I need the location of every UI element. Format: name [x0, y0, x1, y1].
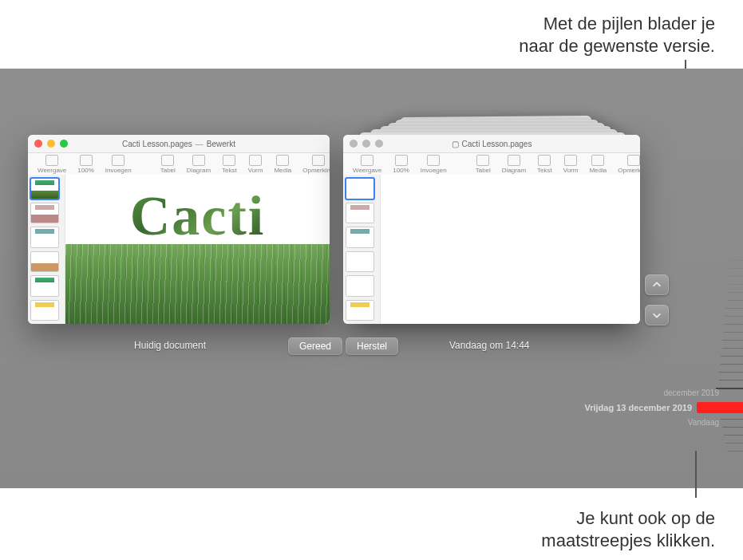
page-thumbnail [346, 178, 374, 199]
page-thumbnail[interactable] [30, 227, 59, 248]
toolbar-item[interactable]: Tabel [160, 155, 176, 174]
version-window[interactable]: ▢ Cacti Lesson.pages Weergave 100% Invoe… [343, 135, 640, 324]
toolbar-item: Media [589, 155, 607, 174]
toolbar-item: Opmerking [618, 155, 640, 174]
toolbar-item: Weergave [353, 155, 381, 174]
callout-line: maatstreepjes klikken. [541, 530, 715, 552]
toolbar-item: Tekst [537, 155, 552, 174]
version-timeline[interactable]: december 2019 Vrijdag 13 december 2019 V… [687, 260, 743, 459]
timeline-today-label: Vandaag [688, 418, 719, 427]
toolbar-item: 100% [393, 155, 409, 174]
window-title: Cacti Lesson.pages [122, 140, 192, 148]
page-thumbnail[interactable] [30, 300, 59, 321]
toolbar-item[interactable]: Opmerking [302, 155, 330, 174]
page-thumbnail [346, 251, 374, 273]
callout-line: Je kunt ook op de [541, 507, 715, 530]
window-title-suffix: Bewerkt [207, 140, 235, 148]
version-timestamp: Vandaag om 14:44 [449, 340, 530, 351]
versions-stage: Cacti Lesson.pages — Bewerkt Weergave 10… [0, 69, 743, 488]
toolbar-item[interactable]: Diagram [187, 155, 211, 174]
page-thumbnails[interactable] [28, 175, 65, 324]
pages-toolbar: Weergave 100% Invoegen Tabel Diagram Tek… [343, 153, 640, 176]
page-thumbnail[interactable] [30, 178, 59, 199]
document-hero-image [65, 244, 330, 324]
next-version-button[interactable] [645, 305, 669, 325]
callout-arrows: Met de pijlen blader je naar de gewenste… [519, 13, 715, 57]
minimize-icon [362, 140, 370, 148]
toolbar-item[interactable]: Vorm [248, 155, 263, 174]
page-thumbnail[interactable] [30, 251, 59, 273]
page-thumbnail[interactable] [30, 275, 59, 297]
window-controls [350, 140, 383, 148]
page-thumbnail [346, 300, 374, 321]
toolbar-item[interactable]: Media [274, 155, 291, 174]
window-controls [34, 140, 68, 148]
callout-line: naar de gewenste versie. [519, 35, 715, 57]
current-caption: Huidig document [134, 340, 206, 351]
window-titlebar: ▢ Cacti Lesson.pages [343, 135, 640, 153]
close-icon [350, 140, 358, 148]
page-thumbnails [343, 175, 381, 324]
chevron-up-icon [651, 279, 662, 290]
pages-toolbar: Weergave 100% Invoegen Tabel Diagram Tek… [28, 153, 330, 176]
zoom-icon[interactable] [60, 140, 68, 148]
toolbar-item: Invoegen [421, 155, 447, 174]
current-document-window: Cacti Lesson.pages — Bewerkt Weergave 10… [28, 135, 330, 324]
page-thumbnail [346, 227, 374, 248]
callout-line: Met de pijlen blader je [519, 13, 715, 35]
previous-version-button[interactable] [645, 274, 669, 295]
toolbar-item: Vorm [563, 155, 579, 174]
page-thumbnail [346, 275, 374, 297]
minimize-icon[interactable] [47, 140, 55, 148]
done-button[interactable]: Gereed [288, 337, 342, 355]
toolbar-item: Tabel [476, 155, 491, 174]
leader-line [695, 451, 697, 498]
zoom-icon [375, 140, 383, 148]
document-heading: Cacti [65, 175, 330, 248]
timeline-month-label: december 2019 [664, 388, 720, 397]
window-title: Cacti Lesson.pages [462, 140, 532, 148]
toolbar-item[interactable]: Weergave [38, 155, 66, 174]
toolbar-item: Diagram [502, 155, 526, 174]
toolbar-item[interactable]: 100% [77, 155, 93, 174]
document-canvas [381, 175, 640, 324]
toolbar-item[interactable]: Tekst [222, 155, 237, 174]
page-thumbnail [346, 203, 374, 224]
toolbar-item[interactable]: Invoegen [105, 155, 132, 174]
window-titlebar: Cacti Lesson.pages — Bewerkt [28, 135, 330, 153]
close-icon[interactable] [34, 140, 42, 148]
timeline-selected-label: Vrijdag 13 december 2019 [584, 403, 692, 412]
page-thumbnail[interactable] [30, 203, 59, 224]
restore-button[interactable]: Herstel [346, 337, 398, 355]
document-canvas: Cacti A Prickle Free Lesson [65, 175, 330, 324]
document-icon: ▢ [452, 140, 459, 148]
chevron-down-icon [651, 310, 662, 321]
callout-ticks: Je kunt ook op de maatstreepjes klikken. [541, 507, 715, 551]
